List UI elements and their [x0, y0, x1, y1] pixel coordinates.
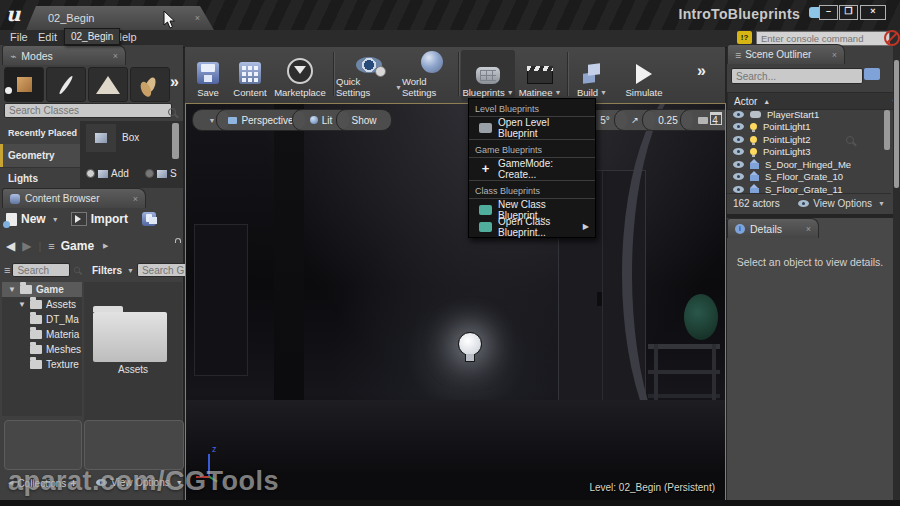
- simulate-button[interactable]: Simulate: [618, 50, 670, 101]
- tree-item[interactable]: DT_Ma: [2, 312, 82, 327]
- new-button[interactable]: New: [21, 212, 46, 226]
- actor-row[interactable]: PointLight3: [727, 146, 891, 159]
- quick-settings-button[interactable]: Quick Settings▼: [336, 50, 402, 101]
- save-icon: [197, 62, 219, 84]
- marketplace-button[interactable]: Marketplace: [270, 50, 330, 101]
- category-recently-placed[interactable]: Recently Placed: [0, 121, 88, 145]
- brush-subtract-option[interactable]: S: [145, 168, 177, 179]
- content-browser-tab[interactable]: Content Browser ×: [2, 188, 146, 208]
- close-icon[interactable]: ×: [806, 224, 811, 234]
- level-tab[interactable]: 02_Begin ×: [26, 6, 214, 30]
- tab-tooltip: 02_Begin: [64, 28, 120, 45]
- close-icon[interactable]: ×: [113, 51, 118, 61]
- mode-landscape-button[interactable]: [88, 67, 128, 102]
- tree-item[interactable]: Texture: [2, 357, 82, 372]
- sources-toggle-icon[interactable]: ≡: [4, 264, 9, 276]
- play-icon: [636, 64, 652, 84]
- save-button[interactable]: Save: [188, 50, 228, 101]
- outliner-scrollbar[interactable]: [884, 110, 890, 150]
- box-placeable[interactable]: [86, 124, 116, 152]
- outliner-view-options-button[interactable]: View Options ▼: [798, 198, 885, 209]
- brush-add-option[interactable]: Add: [86, 168, 129, 179]
- modes-tab[interactable]: ⌁ Modes ×: [2, 45, 126, 65]
- close-button[interactable]: ×: [860, 5, 886, 20]
- tab-close-icon[interactable]: ×: [195, 13, 200, 23]
- close-icon[interactable]: ×: [832, 50, 837, 60]
- scene-outliner-tab[interactable]: ≡ Scene Outliner ×: [727, 44, 845, 64]
- point-light-bulb-sprite[interactable]: [458, 332, 482, 356]
- landscape-mode-icon: [96, 76, 120, 94]
- close-icon[interactable]: ×: [133, 194, 138, 204]
- mode-place-button[interactable]: [4, 67, 44, 102]
- actor-row[interactable]: PointLight1: [727, 121, 891, 134]
- visibility-eye-icon[interactable]: [733, 173, 744, 180]
- tree-item[interactable]: Materia: [2, 327, 82, 342]
- visibility-eye-icon[interactable]: [733, 111, 744, 118]
- viewport[interactable]: ▼ Perspective Lit Show 5° ↗ 0.25 4 z Lev…: [185, 103, 726, 506]
- mode-paint-button[interactable]: [46, 67, 86, 102]
- path-list-icon[interactable]: ≡: [48, 240, 53, 252]
- save-all-icon[interactable]: [142, 212, 156, 226]
- tree-search-input[interactable]: [12, 263, 70, 277]
- folder-icon: [20, 285, 32, 294]
- modes-expander-icon[interactable]: »: [170, 73, 179, 91]
- actor-row[interactable]: PointLight2: [727, 133, 891, 146]
- gamemode-create-item[interactable]: + GameMode: Create...: [469, 160, 595, 177]
- back-icon[interactable]: ◀: [6, 239, 15, 253]
- info-icon: i: [735, 224, 745, 234]
- cb-source-search-row: ≡: [4, 263, 81, 277]
- visibility-eye-icon[interactable]: [733, 186, 744, 193]
- menu-edit[interactable]: Edit: [38, 31, 57, 43]
- collections-button[interactable]: ◀ Collections +: [6, 477, 77, 489]
- placeables-scrollbar[interactable]: [172, 123, 179, 159]
- visibility-eye-icon[interactable]: [733, 136, 744, 143]
- open-class-blueprint-item[interactable]: Open Class Blueprint... ▶: [469, 218, 595, 235]
- maximize-viewport-icon[interactable]: [710, 112, 722, 125]
- cb-view-options-button[interactable]: View Options ▼: [96, 477, 183, 488]
- window-scrollbar[interactable]: [894, 60, 899, 188]
- visibility-eye-icon[interactable]: [733, 123, 744, 130]
- tree-item[interactable]: Meshes: [2, 342, 82, 357]
- visibility-eye-icon[interactable]: [733, 148, 744, 155]
- mode-foliage-button[interactable]: [130, 67, 170, 102]
- asset-folder-icon[interactable]: [93, 312, 167, 362]
- content-button[interactable]: Content: [228, 50, 272, 101]
- breadcrumb-arrow-icon[interactable]: ▶: [103, 242, 108, 250]
- show-button[interactable]: Show: [336, 109, 392, 131]
- chevron-down-icon: ▼: [209, 117, 216, 124]
- menu-file[interactable]: File: [10, 31, 28, 43]
- eye-icon: [798, 200, 809, 207]
- import-button[interactable]: Import: [91, 212, 128, 226]
- filters-button[interactable]: Filters: [92, 265, 122, 276]
- console-hint-icon[interactable]: !?: [737, 31, 752, 44]
- actor-row[interactable]: S_Door_Hinged_Me: [727, 158, 891, 171]
- toolbar-expander-icon[interactable]: »: [697, 62, 706, 80]
- chevron-down-icon: ▼: [600, 89, 607, 96]
- asset-search-input[interactable]: [137, 263, 191, 277]
- menu-section-header: Level Blueprints: [469, 101, 595, 117]
- unreal-editor-window: u 02_Begin × IntroToBlueprints – ❐ × Fil…: [0, 0, 900, 506]
- actor-row[interactable]: S_Floor_Grate_10: [727, 171, 891, 184]
- matinee-button[interactable]: Matinee▼: [516, 50, 564, 101]
- maximize-button[interactable]: ❐: [839, 5, 858, 20]
- details-tab[interactable]: i Details ×: [727, 218, 819, 238]
- world-settings-button[interactable]: World Settings: [402, 50, 462, 101]
- visibility-eye-icon[interactable]: [733, 161, 744, 168]
- blueprints-button[interactable]: Blueprints▼: [461, 50, 515, 101]
- new-class-blueprint-icon: [479, 205, 492, 215]
- tree-item-game[interactable]: ▼Game: [2, 282, 82, 297]
- minimize-button[interactable]: –: [819, 5, 838, 20]
- actor-row[interactable]: PlayerStart1: [727, 108, 891, 121]
- breadcrumb[interactable]: Game: [61, 239, 94, 253]
- forward-icon[interactable]: ▶: [22, 239, 31, 253]
- category-geometry[interactable]: Geometry: [0, 144, 88, 168]
- create-actor-icon[interactable]: [864, 68, 880, 80]
- tree-item-assets[interactable]: ▼Assets: [2, 297, 82, 312]
- search-classes-input[interactable]: [4, 103, 172, 118]
- outliner-search-input[interactable]: [731, 68, 863, 84]
- build-button[interactable]: Build▼: [570, 50, 614, 101]
- new-asset-icon: [6, 213, 17, 226]
- open-level-blueprint-item[interactable]: Open Level Blueprint: [469, 119, 595, 136]
- search-icon: [168, 108, 176, 116]
- blueprints-icon: [476, 67, 500, 84]
